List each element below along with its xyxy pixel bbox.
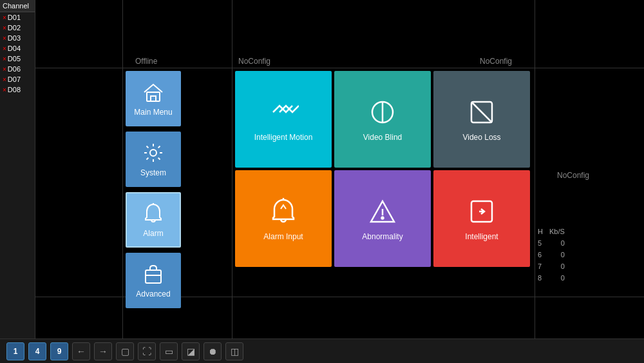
grid-panel: Intelligent Motion Video Blind Video Los… <box>235 71 530 267</box>
left-border-line <box>122 0 123 363</box>
mid-border-line <box>232 0 232 363</box>
stats-row-8: 8 0 <box>538 272 565 284</box>
warning-icon <box>367 196 398 227</box>
system-button[interactable]: System <box>126 132 181 187</box>
right-border-line <box>535 0 535 363</box>
channel-status-icon: × <box>3 66 6 73</box>
stats-value-7: 0 <box>561 260 565 272</box>
main-area: Offline NoConfig NoConfig No NoConfig No… <box>35 0 644 363</box>
alarm-button[interactable]: Alarm <box>126 192 181 248</box>
gear-icon <box>142 141 165 164</box>
taskbar-zoom-icon[interactable]: ⛶ <box>138 342 156 360</box>
channel-status-icon: × <box>3 45 6 52</box>
offline-label: Offline <box>135 57 157 66</box>
main-menu-label: Main Menu <box>134 108 172 117</box>
stats-label-6: 6 <box>538 249 542 260</box>
svg-point-2 <box>150 150 156 156</box>
system-label: System <box>140 168 166 177</box>
channel-label: D08 <box>8 86 21 93</box>
taskbar-btn-9[interactable]: 9 <box>50 342 68 360</box>
alarm-input-label: Alarm Input <box>263 232 303 241</box>
channel-d08[interactable]: × D08 <box>0 84 35 95</box>
alarm-input-button[interactable]: Alarm Input <box>235 170 332 267</box>
channel-status-icon: × <box>3 55 6 63</box>
video-loss-button[interactable]: Video Loss <box>433 71 530 168</box>
channel-status-icon: × <box>3 25 6 32</box>
abnormality-label: Abnormality <box>362 232 402 241</box>
home-icon <box>142 81 165 104</box>
noconfig-label-1: NoConfig <box>238 57 270 66</box>
taskbar-back-icon[interactable]: ← <box>72 342 90 360</box>
bag-icon <box>142 262 165 286</box>
channel-d05[interactable]: × D05 <box>0 54 35 64</box>
stats-row-7: 7 0 <box>538 260 565 272</box>
stats-header-row: H Kb/S <box>538 226 565 237</box>
channel-d01[interactable]: × D01 <box>0 12 35 23</box>
svg-line-9 <box>471 102 492 123</box>
channel-label: D04 <box>8 44 21 52</box>
taskbar-settings-icon[interactable]: ◫ <box>225 342 243 360</box>
channel-d04[interactable]: × D04 <box>0 43 35 54</box>
stats-row-5: 5 0 <box>538 237 565 249</box>
channel-status-icon: × <box>3 35 6 42</box>
alarm-label: Alarm <box>143 229 163 238</box>
alarm-input-icon <box>268 196 299 227</box>
taskbar-network-icon[interactable]: ◪ <box>182 342 200 360</box>
taskbar-monitor-icon[interactable]: ▢ <box>116 342 134 360</box>
channel-label: D03 <box>8 34 21 42</box>
svg-rect-4 <box>146 270 161 283</box>
video-blind-label: Video Blind <box>363 133 402 142</box>
svg-rect-1 <box>151 96 156 101</box>
alarm-icon <box>142 202 165 225</box>
intelligent-motion-button[interactable]: Intelligent Motion <box>235 71 332 168</box>
channel-label: D05 <box>8 55 21 63</box>
video-blind-button[interactable]: Video Blind <box>334 71 431 168</box>
stats-value-6: 0 <box>561 249 565 260</box>
intelligent-motion-icon <box>268 97 299 128</box>
intelligent-motion-label: Intelligent Motion <box>254 133 313 142</box>
channel-d06[interactable]: × D06 <box>0 64 35 74</box>
stats-row-6: 6 0 <box>538 249 565 260</box>
stats-label-7: 7 <box>538 260 542 272</box>
top-border-line <box>35 68 644 68</box>
stats-header-unit: Kb/S <box>549 226 565 237</box>
stats-value-5: 0 <box>561 237 565 249</box>
channel-label: D01 <box>8 14 21 21</box>
taskbar-forward-icon[interactable]: → <box>94 342 112 360</box>
intelligent-icon <box>466 196 497 227</box>
sidebar-header: Channel <box>0 0 35 12</box>
stats-label-5: 5 <box>538 237 542 249</box>
advanced-button[interactable]: Advanced <box>126 253 181 308</box>
taskbar-layout-icon[interactable]: ▭ <box>160 342 178 360</box>
abnormality-button[interactable]: Abnormality <box>334 170 431 267</box>
stats-panel: H Kb/S 5 0 6 0 7 0 8 0 <box>538 226 565 284</box>
intelligent-label: Intelligent <box>465 232 498 241</box>
taskbar: 1 4 9 ← → ▢ ⛶ ▭ ◪ ⏺ ◫ <box>0 338 644 363</box>
stats-label-8: 8 <box>538 272 542 284</box>
channel-status-icon: × <box>3 86 6 93</box>
intelligent-button[interactable]: Intelligent <box>433 170 530 267</box>
channel-d02[interactable]: × D02 <box>0 23 35 33</box>
channel-label: D07 <box>8 75 21 83</box>
menu-panel: Main Menu System Alarm <box>126 71 184 308</box>
channel-d07[interactable]: × D07 <box>0 74 35 84</box>
sidebar: Channel × D01 × D02 × D03 × D04 × D05 × … <box>0 0 35 363</box>
channel-status-icon: × <box>3 76 6 83</box>
stats-value-8: 0 <box>561 272 565 284</box>
taskbar-record-icon[interactable]: ⏺ <box>204 342 222 360</box>
video-loss-label: Video Loss <box>462 133 500 142</box>
channel-status-icon: × <box>3 14 6 21</box>
video-blind-icon <box>367 97 398 128</box>
channel-label: D02 <box>8 24 21 32</box>
noconfig-label-2: NoConfig <box>480 57 512 66</box>
main-menu-button[interactable]: Main Menu <box>126 71 181 126</box>
video-loss-icon <box>466 97 497 128</box>
channel-label: D06 <box>8 65 21 73</box>
svg-point-13 <box>382 217 384 219</box>
advanced-label: Advanced <box>136 289 170 299</box>
taskbar-btn-1[interactable]: 1 <box>6 342 24 360</box>
channel-d03[interactable]: × D03 <box>0 33 35 43</box>
taskbar-btn-4[interactable]: 4 <box>28 342 46 360</box>
noconfig-label-4: NoConfig <box>557 171 589 180</box>
stats-header-label: H <box>538 226 543 237</box>
